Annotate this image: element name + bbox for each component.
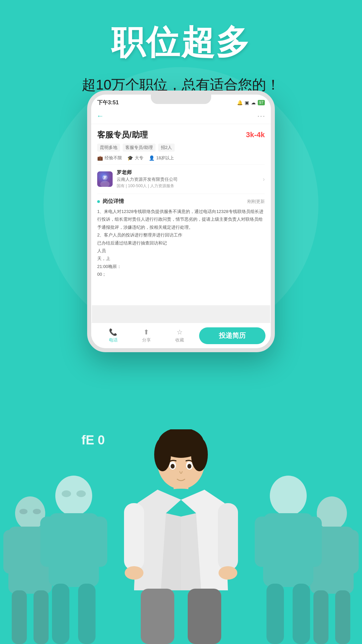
svg-rect-42 bbox=[141, 589, 174, 644]
svg-point-18 bbox=[62, 490, 71, 497]
collect-action-label: 收藏 bbox=[175, 337, 184, 343]
collect-action-button[interactable]: ☆ 收藏 bbox=[163, 325, 196, 346]
job-detail-header: 岗位详情 刚刚更新 bbox=[91, 194, 271, 208]
title-area: 职位超多 超10万个职位，总有适合您的！ bbox=[0, 20, 362, 94]
back-button[interactable]: ← bbox=[97, 112, 104, 120]
person-near-right bbox=[241, 470, 335, 644]
job-description: 1、来电人对12328专线联络负提供服务不满意的，通过电话向12328专线联络员… bbox=[91, 208, 271, 305]
job-desc-line6: 21:00晚班： bbox=[97, 263, 265, 270]
svg-rect-43 bbox=[188, 589, 221, 644]
fe-text-overlay: fE 0 bbox=[81, 433, 105, 447]
bottom-action-bar: 📞 电话 ⬆ 分享 ☆ 收藏 投递简历 bbox=[91, 323, 271, 348]
svg-point-26 bbox=[270, 476, 307, 516]
job-tag-category: 客服专员/助理 bbox=[123, 144, 156, 152]
svg-rect-30 bbox=[266, 584, 284, 644]
svg-rect-14 bbox=[40, 517, 55, 567]
more-button[interactable]: ··· bbox=[257, 112, 265, 120]
svg-point-47 bbox=[187, 464, 191, 469]
svg-rect-25 bbox=[335, 590, 350, 644]
job-desc-line4: 人员 bbox=[97, 247, 265, 255]
green-dot-icon bbox=[97, 200, 100, 203]
job-tags: 昆明多地 客服专员/助理 招2人 bbox=[97, 144, 265, 152]
svg-rect-39 bbox=[218, 503, 238, 570]
phone-icon: 📞 bbox=[109, 328, 117, 336]
star-icon: ☆ bbox=[177, 328, 183, 336]
job-salary: 3k-4k bbox=[246, 130, 265, 139]
share-action-button[interactable]: ⬆ 分享 bbox=[130, 325, 163, 346]
job-meta-education: 🎓 大专 bbox=[127, 155, 143, 161]
contact-name: 罗老师 bbox=[117, 169, 263, 176]
company-arrow-icon: › bbox=[263, 176, 265, 183]
people-section bbox=[0, 416, 362, 644]
svg-rect-13 bbox=[49, 513, 99, 587]
job-desc-line5: 天，上 bbox=[97, 255, 265, 262]
svg-point-40 bbox=[125, 566, 143, 580]
status-time: 下午3:51 bbox=[97, 99, 119, 106]
svg-rect-23 bbox=[345, 530, 359, 574]
phone-mockup: 下午3:51 🔔 ▣ ☁ 97 ← ··· 客服专员/助理 3k-4k 昆明多地… bbox=[87, 91, 275, 352]
share-action-label: 分享 bbox=[142, 337, 151, 343]
update-time: 刚刚更新 bbox=[247, 199, 265, 205]
share-icon: ⬆ bbox=[143, 328, 149, 336]
svg-rect-28 bbox=[255, 517, 270, 567]
briefcase-icon: 💼 bbox=[97, 155, 103, 161]
person-near-left bbox=[27, 470, 121, 644]
svg-point-10 bbox=[19, 509, 27, 514]
svg-point-12 bbox=[55, 476, 92, 516]
job-content: 客服专员/助理 3k-4k 昆明多地 客服专员/助理 招2人 💼 经验不限 🎓 … bbox=[91, 124, 271, 194]
job-title: 客服专员/助理 bbox=[97, 129, 148, 140]
graduation-icon: 🎓 bbox=[127, 155, 133, 161]
phone-notch bbox=[151, 95, 211, 104]
status-icons: 🔔 ▣ ☁ 97 bbox=[237, 100, 265, 105]
company-row[interactable]: 罗 罗老师 云南人力资源开发有限责任公司 国有 | 100-500人 | 人力资… bbox=[97, 164, 265, 194]
job-desc-line3: 已办结后通过结果进行抽查回访和记 bbox=[97, 239, 265, 247]
svg-rect-15 bbox=[92, 517, 107, 567]
svg-rect-27 bbox=[263, 513, 313, 587]
job-tag-location: 昆明多地 bbox=[97, 144, 120, 152]
svg-point-35 bbox=[191, 438, 208, 471]
job-desc-line1: 1、来电人对12328专线联络负提供服务不满意的，通过电话向12328专线联络员… bbox=[97, 208, 265, 231]
svg-point-34 bbox=[154, 438, 171, 471]
submit-resume-button[interactable]: 投递简历 bbox=[199, 327, 265, 344]
svg-rect-8 bbox=[12, 590, 27, 644]
svg-point-19 bbox=[76, 490, 86, 497]
svg-rect-16 bbox=[52, 584, 69, 644]
job-desc-line7: 00； bbox=[97, 270, 265, 278]
phone-action-label: 电话 bbox=[109, 337, 118, 343]
job-tag-headcount: 招2人 bbox=[158, 144, 175, 152]
company-info: 罗老师 云南人力资源开发有限责任公司 国有 | 100-500人 | 人力资源服… bbox=[117, 169, 263, 189]
job-meta-age: 👤 18岁以上 bbox=[149, 155, 174, 161]
svg-point-41 bbox=[219, 566, 237, 580]
person-icon: 👤 bbox=[149, 155, 155, 161]
signal-icon: 🔔 bbox=[237, 100, 243, 105]
wifi-icon: ▣ bbox=[245, 100, 249, 105]
phone-action-button[interactable]: 📞 电话 bbox=[97, 325, 130, 346]
svg-rect-31 bbox=[293, 584, 310, 644]
svg-text:罗: 罗 bbox=[103, 176, 107, 179]
job-title-row: 客服专员/助理 3k-4k bbox=[97, 129, 265, 140]
svg-rect-6 bbox=[3, 530, 17, 574]
company-detail: 国有 | 100-500人 | 人力资源服务 bbox=[117, 183, 263, 189]
phone-frame: 下午3:51 🔔 ▣ ☁ 97 ← ··· 客服专员/助理 3k-4k 昆明多地… bbox=[87, 91, 275, 352]
job-meta: 💼 经验不限 🎓 大专 👤 18岁以上 bbox=[97, 155, 265, 161]
svg-rect-29 bbox=[307, 517, 322, 567]
main-title: 职位超多 bbox=[0, 20, 362, 65]
job-desc-line2: 2、客户人员的投诉进行整理并进行回访工作 bbox=[97, 231, 265, 239]
svg-rect-38 bbox=[124, 503, 144, 570]
wifi-signal: ☁ bbox=[251, 100, 256, 105]
job-meta-experience: 💼 经验不限 bbox=[97, 155, 122, 161]
svg-rect-17 bbox=[78, 584, 96, 644]
job-detail-title: 岗位详情 bbox=[97, 198, 124, 205]
company-full-name: 云南人力资源开发有限责任公司 bbox=[117, 176, 263, 182]
app-header: ← ··· bbox=[91, 108, 271, 124]
battery-icon: 97 bbox=[258, 100, 265, 105]
company-avatar: 罗 bbox=[97, 171, 113, 187]
svg-point-46 bbox=[171, 464, 175, 469]
person-center-main bbox=[114, 429, 248, 644]
